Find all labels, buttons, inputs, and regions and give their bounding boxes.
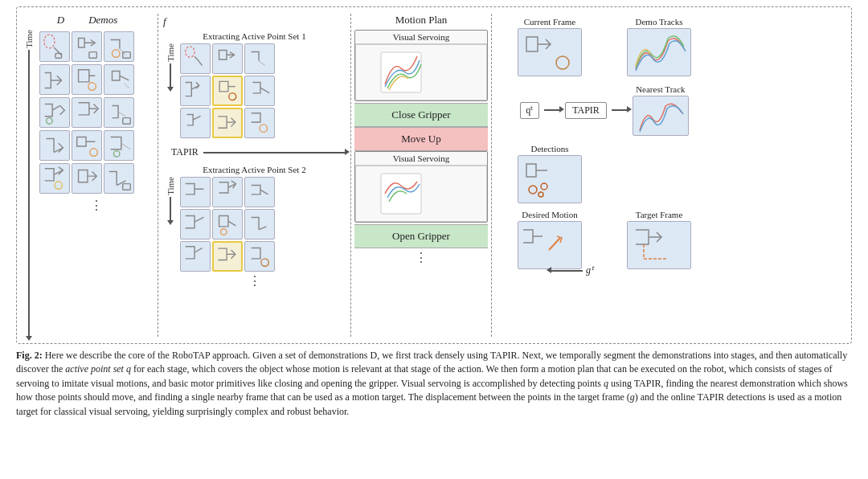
svg-point-10 [55, 182, 62, 189]
time-text-extract2: Time [166, 177, 175, 195]
demo-tracks-box: Demo Tracks [608, 17, 710, 76]
desired-motion-box: Desired Motion [498, 210, 601, 269]
svg-point-4 [112, 50, 119, 57]
demo-cell [72, 97, 102, 128]
time-indicator-extract2: Time [163, 177, 178, 221]
svg-point-14 [260, 125, 267, 132]
extract1-grid [180, 43, 275, 138]
extract-set-1: Extracting Active Point Set 1 Time [163, 31, 346, 138]
extract1-cell [244, 108, 275, 138]
demo-cell [104, 97, 134, 128]
visual-servoing-1-visual [355, 44, 487, 100]
demo-row-1 [39, 31, 153, 62]
move-up-label: Move Up [354, 127, 488, 151]
svg-rect-2 [89, 52, 96, 59]
extract2-cell [212, 209, 243, 240]
open-gripper-label: Open Gripper [354, 224, 488, 248]
demo-cell [104, 31, 134, 62]
extract2-cell [244, 241, 275, 272]
extract2-cell [180, 209, 211, 240]
demo-cell [39, 31, 70, 62]
svg-point-12 [186, 47, 194, 57]
svg-rect-7 [123, 118, 130, 125]
extract1-cell-highlight [212, 76, 243, 106]
tapir-arrow [203, 152, 346, 154]
caption-area: Fig. 2: Here we describe the core of the… [16, 349, 852, 419]
extract2-grid [180, 177, 275, 272]
arrowhead2 [627, 106, 632, 113]
visual-servoing-2-label: Visual Servoing [355, 152, 487, 166]
extract1-cell [180, 43, 211, 74]
visual-servoing-1-block: Visual Servoing [354, 30, 488, 101]
nearest-track-label: Nearest Track [636, 84, 685, 94]
time-arrow-demos [28, 50, 30, 337]
svg-rect-27 [518, 222, 582, 269]
extract2-cell [180, 177, 211, 207]
extract-section: f Extracting Active Point Set 1 Time [158, 14, 351, 337]
extract-set-2: Extracting Active Point Set 2 Time [163, 165, 346, 289]
demo-cell [72, 31, 102, 62]
visual-servoing-2-block: Visual Servoing [354, 151, 488, 223]
demo-row-2 [39, 64, 153, 95]
svg-rect-28 [628, 222, 691, 269]
demo-cell [72, 163, 102, 194]
detections-box: Detections [498, 144, 601, 203]
svg-rect-21 [628, 29, 691, 76]
extract2-title: Extracting Active Point Set 2 [163, 165, 346, 174]
demo-cell [72, 64, 102, 95]
extract2-cell [212, 177, 243, 207]
time-arrow-extract1 [170, 63, 171, 88]
extract1-cell [244, 43, 275, 74]
svg-point-16 [261, 259, 268, 266]
extract2-cell-highlight [212, 241, 243, 272]
svg-rect-19 [518, 29, 582, 76]
tapir-process-box: TAPIR [565, 102, 607, 119]
close-gripper-label: Close Gripper [354, 103, 488, 127]
svg-rect-23 [518, 156, 582, 203]
demos-label: Demos [88, 14, 117, 27]
extract1-title: Extracting Active Point Set 1 [163, 31, 346, 41]
target-frame-img [627, 221, 691, 269]
gt-arrowhead [547, 267, 551, 273]
demos-section: D Demos Time [22, 14, 158, 337]
demo-tracks-img [627, 28, 691, 76]
svg-point-9 [113, 151, 120, 158]
arrow-line2 [612, 109, 628, 111]
gt-arrow-line [551, 270, 583, 272]
desired-motion-img [518, 221, 582, 269]
extract1-cell [180, 76, 211, 106]
motion-dots: ⋮ [354, 250, 488, 265]
time-text-demos: Time [24, 30, 34, 48]
qt-box: qᵗ [520, 102, 539, 119]
svg-point-13 [229, 93, 236, 100]
demo-cell [39, 97, 70, 128]
d-label: D [57, 14, 64, 27]
target-frame-label: Target Frame [636, 210, 683, 219]
time-text-extract1: Time [166, 43, 175, 62]
detections-label: Detections [530, 144, 568, 154]
figure-area: D Demos Time [16, 6, 852, 344]
demo-cell [39, 64, 70, 95]
tapir-process-label: TAPIR [572, 104, 600, 116]
spacer [608, 144, 710, 203]
right-section: Current Frame [492, 14, 717, 337]
svg-rect-18 [381, 174, 421, 214]
tapir-label: TAPIR [171, 146, 199, 158]
qt-label: qᵗ [526, 104, 534, 116]
visual-servoing-1-label: Visual Servoing [355, 31, 487, 44]
arrowhead [559, 106, 564, 113]
svg-rect-11 [123, 184, 130, 190]
svg-rect-17 [381, 52, 421, 92]
current-frame-label: Current Frame [524, 17, 575, 27]
detections-img [518, 155, 582, 203]
demo-cell [39, 163, 70, 194]
gt-label: gᵗ [586, 264, 594, 276]
demo-cell [39, 130, 70, 161]
f-tapir-header: f [163, 14, 346, 28]
demo-cell [104, 163, 134, 194]
time-indicator-demos: Time [22, 30, 36, 337]
time-arrow-extract2 [170, 197, 171, 221]
page: D Demos Time [0, 0, 868, 479]
extract1-cell [180, 108, 211, 138]
demo-row-4 [39, 130, 153, 161]
